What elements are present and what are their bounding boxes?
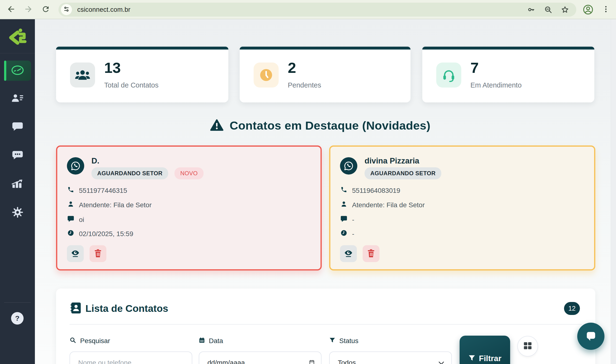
zoom-out-button[interactable] — [544, 6, 552, 14]
dashboard-gauge-icon — [10, 65, 25, 77]
sidebar-divider — [4, 302, 31, 303]
date-input[interactable]: dd/mm/aaaa — [199, 351, 321, 364]
date-filter-group: Data dd/mm/aaaa — [199, 337, 321, 345]
sidebar-item-conversations[interactable] — [0, 146, 35, 165]
sidebar-item-dashboard[interactable] — [4, 61, 31, 81]
highlight-card-waiting-contact: divina Pizzaria AGUARDANDO SETOR 5511964… — [329, 145, 595, 271]
stat-value: 7 — [470, 59, 479, 76]
whatsapp-avatar-icon — [67, 157, 84, 175]
phone-icon — [67, 186, 74, 195]
stat-value: 2 — [288, 59, 296, 76]
whatsapp-avatar-icon — [340, 157, 357, 175]
people-icon — [70, 63, 95, 88]
sidebar-item-contacts[interactable] — [0, 89, 35, 108]
stat-label: Pendentes — [288, 81, 321, 89]
bookmark-star-button[interactable] — [561, 6, 569, 14]
chat-fab-button[interactable] — [577, 323, 604, 350]
browser-menu-button[interactable] — [601, 4, 611, 15]
clock-small-icon — [340, 230, 347, 238]
status-badge: AGUARDANDO SETOR — [364, 167, 441, 179]
message-bubble-icon — [67, 215, 74, 224]
url-bar[interactable]: csiconnect.com.br — [58, 3, 576, 17]
stat-label: Em Atendimento — [470, 81, 522, 89]
contact-datetime: - — [352, 230, 354, 238]
help-button[interactable]: ? — [11, 312, 24, 325]
contact-count-badge: 12 — [564, 302, 580, 315]
status-label: Status — [339, 337, 358, 345]
sidebar-item-reports[interactable] — [0, 175, 35, 194]
sidebar-item-chat[interactable] — [0, 117, 35, 137]
status-select[interactable]: Todos — [329, 351, 452, 364]
filter-button[interactable]: Filtrar — [460, 336, 510, 364]
contact-attendant: Atendente: Fila de Setor — [352, 201, 425, 209]
highlight-section-heading: Contatos em Destaque (Novidades) — [35, 119, 605, 132]
view-contact-button[interactable] — [67, 245, 84, 262]
contact-name: divina Pizzaria — [364, 156, 419, 165]
reload-button[interactable] — [41, 5, 51, 14]
date-picker-icon[interactable] — [309, 359, 315, 364]
profile-avatar-button[interactable] — [583, 4, 593, 15]
date-value: dd/mm/aaaa — [199, 359, 245, 364]
help-icon: ? — [15, 314, 19, 322]
contact-phone: 5511977446315 — [79, 187, 127, 195]
eye-icon — [70, 249, 80, 259]
search-label: Pesquisar — [80, 337, 110, 345]
stat-value: 13 — [104, 59, 121, 76]
filter-button-label: Filtrar — [479, 354, 501, 363]
reload-icon — [41, 5, 50, 14]
funnel-icon — [329, 337, 335, 345]
profile-avatar-icon — [583, 12, 593, 16]
eye-icon — [344, 249, 353, 259]
back-arrow-icon — [6, 5, 16, 15]
three-dots-icon — [602, 5, 610, 14]
trash-icon — [367, 249, 375, 259]
forward-button[interactable] — [24, 5, 33, 14]
active-indicator-bar — [4, 61, 6, 81]
search-label-row: Pesquisar — [69, 337, 192, 345]
page-scrollbar[interactable] — [611, 19, 616, 364]
sidebar-item-settings[interactable] — [0, 203, 35, 222]
calendar-icon — [199, 337, 205, 345]
warning-icon — [210, 119, 224, 132]
chat-dots-icon — [12, 150, 23, 161]
browser-window: csiconnect.com.br — [0, 0, 616, 364]
contact-last-message: oi — [79, 216, 84, 224]
contact-name: D. — [92, 156, 99, 165]
sidebar-nav: ? — [0, 19, 35, 364]
chat-bubble-icon — [585, 330, 597, 343]
browser-toolbar: csiconnect.com.br — [0, 0, 616, 19]
clock-icon — [254, 63, 279, 88]
contact-datetime: 02/10/2025, 15:59 — [79, 230, 133, 238]
delete-contact-button[interactable] — [90, 245, 106, 262]
trash-icon — [94, 249, 102, 259]
contacts-icon — [11, 93, 24, 104]
person-icon — [340, 201, 347, 209]
password-key-button[interactable] — [527, 6, 536, 14]
view-contact-button[interactable] — [340, 245, 357, 262]
back-button[interactable] — [6, 5, 16, 14]
contact-last-message: - — [352, 216, 354, 224]
bar-chart-icon — [12, 179, 24, 190]
phone-icon — [340, 186, 347, 195]
search-input[interactable] — [70, 359, 192, 364]
url-text[interactable]: csiconnect.com.br — [77, 6, 130, 13]
site-settings-button[interactable] — [61, 4, 72, 15]
headset-icon — [436, 63, 461, 88]
date-label-row: Data — [199, 337, 321, 345]
date-label: Data — [209, 337, 223, 345]
new-badge: NOVO — [174, 167, 203, 179]
chevron-down-icon — [439, 359, 444, 364]
status-label-row: Status — [329, 337, 452, 345]
grid-icon — [524, 342, 532, 351]
table-view-button[interactable] — [517, 336, 538, 357]
status-filter-group: Status Todos — [329, 337, 452, 345]
funnel-white-icon — [468, 354, 475, 363]
gear-icon — [12, 207, 23, 219]
status-selected-value: Todos — [330, 359, 356, 364]
message-bubble-icon — [340, 215, 347, 224]
chat-icon — [12, 122, 23, 133]
forward-arrow-icon — [24, 5, 33, 15]
highlight-card-new-contact: D. AGUARDANDO SETOR NOVO 5511977446315 A… — [56, 145, 322, 271]
search-icon — [69, 337, 76, 345]
delete-contact-button[interactable] — [363, 245, 379, 262]
